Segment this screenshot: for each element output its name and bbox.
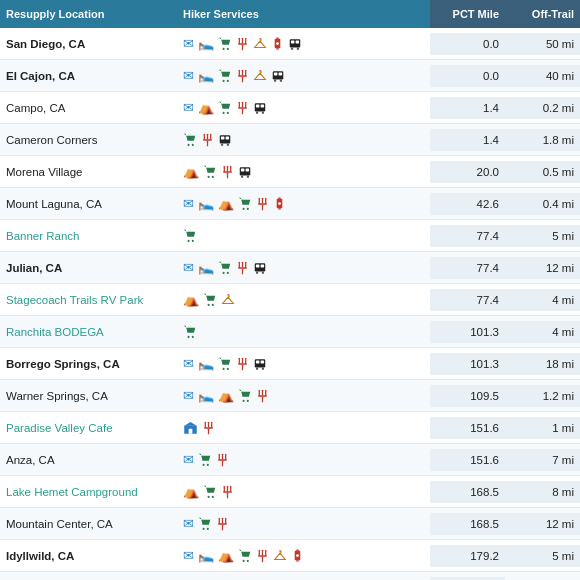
svg-point-42 bbox=[188, 143, 190, 145]
offtrail-cell: 0.4 mi bbox=[505, 193, 580, 215]
services-cell: ✉ bbox=[177, 576, 430, 580]
pct-cell: 20.0 bbox=[430, 161, 505, 183]
location-cell[interactable]: Paradise Valley Cafe bbox=[0, 417, 177, 439]
cart-icon bbox=[218, 37, 232, 51]
services-cell bbox=[177, 321, 430, 343]
svg-point-31 bbox=[227, 111, 229, 113]
pct-cell: 109.5 bbox=[430, 385, 505, 407]
svg-rect-121 bbox=[204, 427, 213, 428]
food-icon bbox=[216, 517, 229, 531]
svg-rect-152 bbox=[296, 549, 299, 550]
table-row: Cameron Corners1.41.8 mi bbox=[0, 124, 580, 156]
svg-rect-70 bbox=[265, 197, 266, 203]
cart-icon bbox=[238, 389, 252, 403]
bed-icon: 🛌 bbox=[198, 260, 214, 275]
svg-point-43 bbox=[192, 143, 194, 145]
svg-rect-62 bbox=[241, 168, 245, 171]
pct-cell: 101.3 bbox=[430, 321, 505, 343]
pct-cell: 1.4 bbox=[430, 97, 505, 119]
svg-rect-135 bbox=[223, 491, 232, 492]
svg-rect-122 bbox=[208, 428, 209, 434]
cart-icon bbox=[203, 293, 217, 307]
pct-cell: 77.4 bbox=[430, 289, 505, 311]
bed-icon: 🛌 bbox=[198, 196, 214, 211]
svg-point-77 bbox=[188, 239, 190, 241]
svg-point-0 bbox=[223, 47, 225, 49]
svg-rect-46 bbox=[210, 133, 211, 139]
svg-rect-45 bbox=[207, 133, 208, 139]
services-cell bbox=[177, 129, 430, 151]
table-row: Mount Laguna, CA✉🛌⛺42.60.4 mi bbox=[0, 188, 580, 220]
svg-rect-36 bbox=[242, 108, 243, 114]
bed-icon: 🛌 bbox=[198, 548, 214, 563]
pct-cell: 151.6 bbox=[430, 417, 505, 439]
offtrail-cell: 1.2 mi bbox=[505, 385, 580, 407]
pct-cell: 101.3 bbox=[430, 353, 505, 375]
bed-icon: 🛌 bbox=[198, 68, 214, 83]
resupply-table: Resupply Location Hiker Services PCT Mil… bbox=[0, 0, 580, 580]
svg-rect-72 bbox=[262, 204, 263, 210]
svg-rect-51 bbox=[226, 136, 230, 139]
pct-cell: 168.5 bbox=[430, 481, 505, 503]
services-cell: ✉🛌 bbox=[177, 32, 430, 55]
location-cell[interactable]: Stagecoach Trails RV Park bbox=[0, 289, 177, 311]
svg-rect-150 bbox=[262, 556, 263, 562]
pct-cell: 77.4 bbox=[430, 225, 505, 247]
svg-point-94 bbox=[188, 335, 190, 337]
svg-rect-44 bbox=[204, 133, 205, 139]
svg-rect-104 bbox=[256, 360, 259, 363]
tent-icon: ⛺ bbox=[183, 292, 199, 307]
svg-point-107 bbox=[262, 367, 264, 369]
svg-rect-127 bbox=[225, 453, 226, 459]
mail-icon: ✉ bbox=[183, 100, 194, 115]
cart-icon bbox=[198, 517, 212, 531]
svg-rect-56 bbox=[224, 165, 225, 171]
svg-rect-5 bbox=[238, 43, 247, 44]
svg-point-30 bbox=[223, 111, 225, 113]
offtrail-cell: 0.2 mi bbox=[505, 97, 580, 119]
bed-icon: 🛌 bbox=[198, 388, 214, 403]
svg-rect-47 bbox=[203, 139, 212, 140]
svg-point-66 bbox=[243, 207, 245, 209]
svg-rect-154 bbox=[296, 560, 299, 561]
svg-rect-99 bbox=[242, 357, 243, 363]
svg-rect-112 bbox=[265, 389, 266, 395]
svg-rect-4 bbox=[245, 37, 246, 43]
hanger-icon bbox=[221, 293, 235, 307]
mail-icon: ✉ bbox=[183, 388, 194, 403]
svg-rect-69 bbox=[262, 197, 263, 203]
offtrail-cell: 0.5 mi bbox=[505, 161, 580, 183]
svg-rect-35 bbox=[238, 107, 247, 108]
svg-rect-22 bbox=[238, 75, 247, 76]
svg-rect-75 bbox=[278, 208, 281, 209]
services-cell bbox=[177, 417, 430, 439]
table-row: Cabazon, CA✉209.5 bbox=[0, 572, 580, 580]
cart-icon bbox=[218, 357, 232, 371]
location-cell[interactable]: Lake Hemet Campground bbox=[0, 481, 177, 503]
location-cell: Julian, CA bbox=[0, 257, 177, 279]
offtrail-cell: 12 mi bbox=[505, 513, 580, 535]
offtrail-cell: 1.8 mi bbox=[505, 129, 580, 151]
location-cell[interactable]: Banner Ranch bbox=[0, 225, 177, 247]
table-row: Lake Hemet Campground⛺168.58 mi bbox=[0, 476, 580, 508]
services-cell: ⛺ bbox=[177, 480, 430, 503]
food-icon bbox=[202, 421, 215, 435]
offtrail-cell: 4 mi bbox=[505, 289, 580, 311]
offtrail-cell: 8 mi bbox=[505, 481, 580, 503]
bed-icon: 🛌 bbox=[198, 356, 214, 371]
pct-cell: 179.2 bbox=[430, 545, 505, 567]
svg-point-131 bbox=[212, 495, 214, 497]
table-row: Anza, CA✉151.67 mi bbox=[0, 444, 580, 476]
svg-rect-81 bbox=[239, 261, 240, 267]
cart-icon bbox=[198, 453, 212, 467]
svg-point-40 bbox=[256, 111, 258, 113]
svg-point-97 bbox=[227, 367, 229, 369]
svg-rect-142 bbox=[218, 523, 227, 524]
svg-rect-2 bbox=[239, 37, 240, 43]
svg-rect-113 bbox=[258, 395, 267, 396]
svg-point-130 bbox=[208, 495, 210, 497]
svg-point-16 bbox=[297, 47, 299, 49]
svg-rect-139 bbox=[219, 517, 220, 523]
location-cell[interactable]: Ranchita BODEGA bbox=[0, 321, 177, 343]
bus-icon bbox=[253, 357, 267, 371]
